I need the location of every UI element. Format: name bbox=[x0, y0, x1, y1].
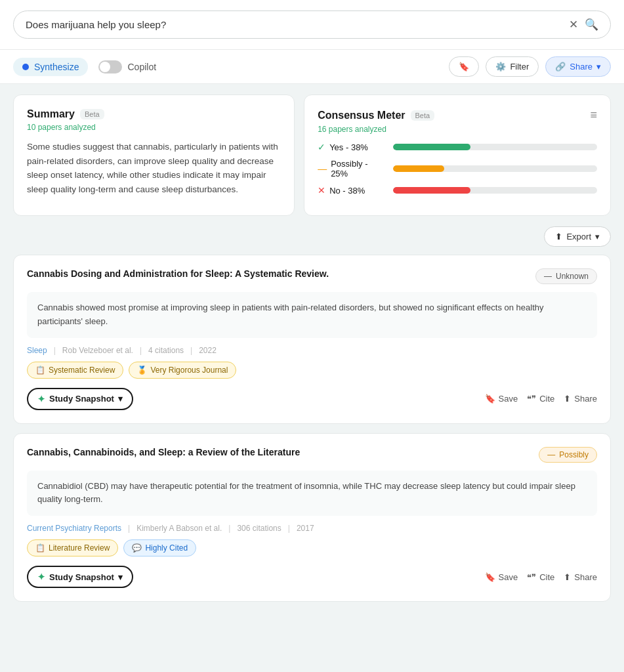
filter-label: Filter bbox=[510, 62, 529, 72]
save-icon-2: 🔖 bbox=[485, 572, 495, 582]
paper-1-year: 2022 bbox=[199, 346, 217, 355]
paper-card-1: Cannabis Dosing and Administration for S… bbox=[13, 255, 611, 424]
tag-highly-cited: 💬 Highly Cited bbox=[123, 539, 196, 556]
summary-analyzed-count: 10 papers analyzed bbox=[27, 123, 281, 132]
save-icon-1: 🔖 bbox=[485, 394, 495, 404]
summary-title: Summary Beta bbox=[27, 108, 281, 120]
paper-2-journal: Current Psychiatry Reports bbox=[27, 524, 121, 533]
possibly-dash-icon: — bbox=[547, 450, 555, 459]
paper-2-meta: Current Psychiatry Reports | Kimberly A … bbox=[27, 524, 597, 533]
no-bar-bg bbox=[393, 187, 597, 194]
clear-button[interactable]: ✕ bbox=[569, 18, 578, 32]
tag-literature-review: 📋 Literature Review bbox=[27, 539, 118, 556]
highly-cited-icon: 💬 bbox=[132, 543, 142, 553]
rigorous-icon: 🏅 bbox=[137, 366, 147, 375]
consensus-heading: Consensus Meter bbox=[318, 110, 405, 121]
paper-2-citations: 306 citations bbox=[237, 524, 281, 533]
export-label: Export bbox=[566, 232, 591, 242]
cite-icon-1: ❝❞ bbox=[527, 394, 536, 404]
unknown-dash-icon: — bbox=[544, 272, 552, 281]
paper-1-authors: Rob Velzeboer et al. bbox=[62, 346, 133, 355]
share-button[interactable]: 🔗 Share ▾ bbox=[545, 56, 611, 77]
paper-2-abstract: Cannabidiol (CBD) may have therapeutic p… bbox=[27, 471, 597, 516]
share-icon-1: ⬆ bbox=[564, 394, 571, 404]
save-button-2[interactable]: 🔖 Save bbox=[485, 572, 518, 582]
no-bar-fill bbox=[393, 187, 470, 194]
search-bar: ✕ 🔍 bbox=[0, 0, 624, 50]
synthesize-button[interactable]: Synthesize bbox=[13, 58, 88, 76]
search-box: ✕ 🔍 bbox=[13, 10, 611, 39]
cite-button-1[interactable]: ❝❞ Cite bbox=[527, 394, 554, 404]
synth-dot bbox=[22, 64, 29, 70]
save-button-1[interactable]: 🔖 Save bbox=[485, 394, 518, 404]
paper-2-footer: ✦ Study Snapshot ▾ 🔖 Save ❝❞ Cite ⬆ Shar… bbox=[27, 566, 597, 588]
yes-icon: ✓ bbox=[318, 142, 325, 152]
paper-2-header: Cannabis, Cannabinoids, and Sleep: a Rev… bbox=[27, 447, 597, 463]
consensus-card: Consensus Meter Beta ≡ 16 papers analyze… bbox=[304, 94, 611, 216]
consensus-possibly-row: — Possibly - 25% bbox=[318, 159, 597, 178]
paper-1-verdict: — Unknown bbox=[535, 268, 597, 284]
yes-label: Yes - 38% bbox=[329, 142, 368, 152]
export-icon: ⬆ bbox=[555, 232, 562, 242]
sparkle-icon-1: ✦ bbox=[37, 394, 45, 404]
search-input[interactable] bbox=[26, 19, 569, 30]
paper-card-2: Cannabis, Cannabinoids, and Sleep: a Rev… bbox=[13, 433, 611, 602]
consensus-analyzed-count: 16 papers analyzed bbox=[318, 125, 597, 134]
systematic-icon: 📋 bbox=[35, 366, 45, 375]
synthesize-label: Synthesize bbox=[34, 62, 79, 72]
paper-1-abstract: Cannabis showed most promise at improvin… bbox=[27, 292, 597, 338]
consensus-title: Consensus Meter Beta bbox=[318, 110, 434, 121]
consensus-filter-button[interactable]: ≡ bbox=[590, 108, 597, 122]
cite-button-2[interactable]: ❝❞ Cite bbox=[527, 572, 554, 582]
toolbar: Synthesize Copilot 🔖 ⚙️ Filter 🔗 Share ▾ bbox=[0, 50, 624, 84]
share-icon: 🔗 bbox=[555, 62, 566, 72]
copilot-toggle[interactable] bbox=[98, 60, 122, 74]
paper-1-header: Cannabis Dosing and Administration for S… bbox=[27, 268, 597, 284]
share-icon-2: ⬆ bbox=[564, 572, 571, 582]
paper-2-verdict: — Possibly bbox=[539, 447, 597, 463]
no-icon: ✕ bbox=[318, 185, 325, 196]
export-button[interactable]: ⬆ Export ▾ bbox=[544, 226, 611, 247]
study-snapshot-button-1[interactable]: ✦ Study Snapshot ▾ bbox=[27, 388, 133, 410]
no-label: No - 38% bbox=[329, 186, 365, 196]
copilot-label: Copilot bbox=[127, 62, 156, 72]
tag-rigorous-journal: 🏅 Very Rigorous Journal bbox=[129, 362, 236, 379]
filter-icon: ⚙️ bbox=[495, 62, 506, 72]
yes-bar-bg bbox=[393, 144, 597, 150]
paper-1-actions: 🔖 Save ❝❞ Cite ⬆ Share bbox=[485, 394, 597, 404]
paper-1-citations: 4 citations bbox=[148, 346, 184, 355]
sparkle-icon-2: ✦ bbox=[37, 572, 45, 582]
paper-1-meta: Sleep | Rob Velzeboer et al. | 4 citatio… bbox=[27, 346, 597, 355]
snapshot-label-1: Study Snapshot bbox=[49, 394, 114, 404]
copilot-toggle-wrap: Copilot bbox=[98, 60, 156, 74]
main-content: Summary Beta 10 papers analyzed Some stu… bbox=[0, 84, 624, 621]
possibly-bar-fill bbox=[393, 165, 444, 172]
share-button-1[interactable]: ⬆ Share bbox=[564, 394, 597, 404]
possibly-label: Possibly - 25% bbox=[331, 159, 386, 178]
yes-bar-fill bbox=[393, 144, 470, 150]
summary-card: Summary Beta 10 papers analyzed Some stu… bbox=[13, 94, 295, 216]
search-button[interactable]: 🔍 bbox=[585, 18, 598, 32]
consensus-no-row: ✕ No - 38% bbox=[318, 185, 597, 196]
summary-text: Some studies suggest that cannabis, part… bbox=[27, 140, 281, 196]
tag-systematic-review: 📋 Systematic Review bbox=[27, 362, 123, 379]
summary-beta-badge: Beta bbox=[80, 109, 104, 119]
toolbar-right: 🔖 ⚙️ Filter 🔗 Share ▾ bbox=[449, 56, 611, 77]
consensus-header: Consensus Meter Beta ≡ bbox=[318, 108, 597, 122]
share-button-2[interactable]: ⬆ Share bbox=[564, 572, 597, 582]
export-chevron-icon: ▾ bbox=[595, 232, 600, 242]
paper-2-authors: Kimberly A Babson et al. bbox=[136, 524, 222, 533]
snapshot-chevron-2: ▾ bbox=[118, 572, 123, 582]
paper-1-title: Cannabis Dosing and Administration for S… bbox=[27, 268, 535, 279]
literature-icon: 📋 bbox=[35, 543, 45, 553]
toolbar-left: Synthesize Copilot bbox=[13, 58, 156, 76]
snapshot-label-2: Study Snapshot bbox=[49, 572, 114, 582]
paper-1-footer: ✦ Study Snapshot ▾ 🔖 Save ❝❞ Cite ⬆ Shar… bbox=[27, 388, 597, 410]
share-label: Share bbox=[570, 62, 593, 72]
consensus-beta-badge: Beta bbox=[411, 110, 435, 121]
study-snapshot-button-2[interactable]: ✦ Study Snapshot ▾ bbox=[27, 566, 133, 588]
consensus-yes-row: ✓ Yes - 38% bbox=[318, 142, 597, 152]
bookmark-icon: 🔖 bbox=[459, 62, 469, 72]
bookmark-button[interactable]: 🔖 bbox=[449, 56, 479, 77]
filter-button[interactable]: ⚙️ Filter bbox=[486, 56, 539, 77]
